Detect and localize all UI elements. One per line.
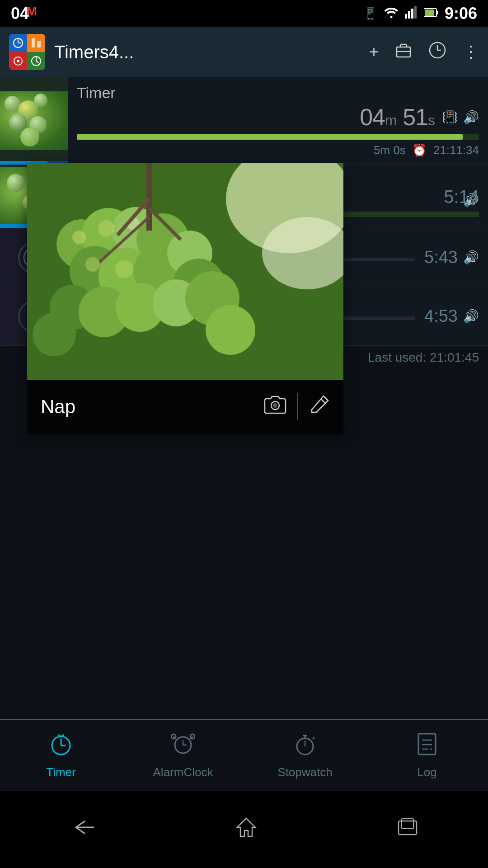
tab-alarmclock-label: AlarmClock	[153, 765, 213, 779]
svg-rect-2	[411, 9, 413, 19]
svg-line-59	[321, 399, 325, 403]
svg-rect-0	[405, 14, 407, 19]
more-icon[interactable]: ⋮	[463, 42, 479, 61]
svg-rect-82	[402, 819, 413, 829]
vol-icon-4: 🔊	[463, 309, 479, 324]
svg-rect-6	[425, 9, 434, 16]
svg-rect-3	[414, 6, 417, 19]
back-button[interactable]	[69, 817, 96, 842]
tab-stopwatch-label: Stopwatch	[277, 765, 332, 779]
system-nav	[0, 791, 488, 868]
timer-thumb-1	[0, 77, 68, 165]
svg-point-49	[98, 220, 114, 236]
timer-countdown-1: 04m 51s 📳 🔊	[77, 104, 479, 131]
m-badge: M	[27, 4, 37, 19]
image-overlay[interactable]: Nap	[27, 163, 343, 434]
svg-point-48	[72, 231, 86, 244]
overlay-image	[27, 163, 343, 380]
status-right: 📱 9:06	[363, 4, 477, 23]
log-tab-icon	[415, 732, 439, 762]
tab-stopwatch[interactable]: Stopwatch	[244, 720, 366, 791]
edit-icon[interactable]	[309, 394, 330, 420]
clock-icon[interactable]	[428, 41, 446, 63]
camera-icon[interactable]	[264, 395, 286, 419]
sound-icon-1: 🔊	[463, 110, 479, 125]
timer-details-1: Timer 04m 51s 📳 🔊 5m 0s ⏰ 21:11:34	[68, 77, 488, 165]
tab-log[interactable]: Log	[366, 720, 488, 791]
timer-icons-1: 📳 🔊	[442, 110, 479, 125]
tab-log-label: Log	[417, 765, 436, 779]
tab-alarmclock[interactable]: AlarmClock	[122, 720, 244, 791]
overlay-label: Nap	[41, 396, 264, 418]
alarmclock-tab-icon	[171, 732, 195, 762]
vol-icon-3: 🔊	[463, 250, 479, 265]
svg-point-58	[273, 403, 277, 408]
svg-point-47	[33, 313, 76, 356]
timer-progress-1	[77, 134, 479, 140]
vibrate-icon: 📳	[442, 110, 458, 125]
overlay-actions	[264, 393, 330, 420]
svg-point-51	[85, 257, 100, 272]
timer-time-1: 04m 51s	[360, 104, 435, 131]
timer-meta-1: 5m 0s ⏰ 21:11:34	[77, 143, 479, 157]
timer-tab-icon	[49, 732, 73, 762]
svg-rect-1	[408, 11, 410, 19]
timer-item-1[interactable]: Timer 04m 51s 📳 🔊 5m 0s ⏰ 21:11:34	[0, 77, 488, 165]
svg-rect-10	[32, 38, 35, 47]
home-button[interactable]	[235, 816, 258, 844]
timer-name-1: Timer	[77, 84, 479, 102]
svg-point-52	[115, 260, 133, 278]
nap-time: 5:14	[444, 186, 479, 207]
status-time: 9:06	[445, 4, 477, 23]
wifi-icon	[384, 6, 399, 22]
timer-minutes: 04	[360, 104, 385, 130]
svg-line-16	[36, 61, 38, 63]
stopwatch-tab-icon	[293, 732, 317, 762]
app-bar-icons: + ⋮	[369, 41, 479, 63]
timer-right-4: 4:53 🔊	[424, 307, 488, 326]
status-bar: 04 M 📱	[0, 0, 488, 27]
svg-line-74	[313, 737, 314, 739]
app-bar: Timers4... + ⋮	[0, 27, 488, 77]
battery-icon	[424, 7, 438, 21]
briefcase-icon[interactable]	[395, 42, 412, 62]
rotate-icon: 📱	[363, 7, 378, 21]
bottom-tabs: Timer AlarmClock S	[0, 719, 488, 791]
svg-point-13	[17, 60, 19, 62]
overlay-footer: Nap	[27, 380, 343, 434]
status-left: 04 M	[11, 4, 29, 23]
app-title: Timers4...	[54, 42, 360, 62]
alarm-icon-1: ⏰	[412, 143, 427, 157]
svg-rect-5	[436, 11, 438, 14]
logo-br	[27, 52, 45, 70]
svg-point-46	[206, 305, 255, 355]
svg-rect-11	[37, 41, 41, 47]
signal-icon	[405, 6, 418, 22]
tab-timer-label: Timer	[46, 765, 75, 779]
logo-tl	[9, 34, 27, 52]
logo-bl	[9, 52, 27, 70]
tab-timer[interactable]: Timer	[0, 720, 122, 791]
add-button[interactable]: +	[369, 42, 379, 61]
recent-button[interactable]	[396, 817, 419, 842]
timer-right-3: 5:43 🔊	[424, 248, 488, 267]
overlay-divider	[297, 393, 298, 420]
app-logo	[9, 34, 45, 70]
logo-tr	[27, 34, 45, 52]
